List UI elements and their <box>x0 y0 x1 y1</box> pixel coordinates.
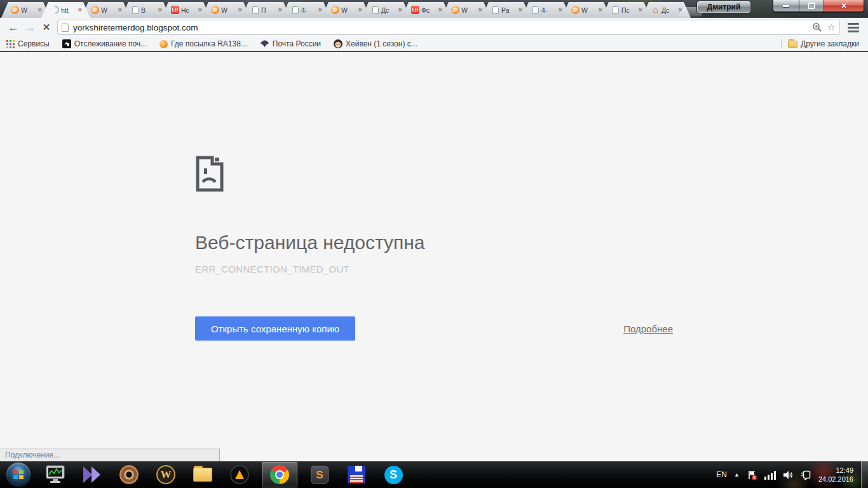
orange-at-favicon-icon <box>91 6 99 14</box>
stop-button[interactable]: ✕ <box>38 19 55 36</box>
action-center-flag-icon[interactable] <box>747 470 757 480</box>
tab-close-icon[interactable]: × <box>398 6 402 13</box>
apps-grid-icon <box>6 40 15 48</box>
bookmark-tracking[interactable]: Отслеживание поч... <box>62 39 147 48</box>
error-actions: Открыть сохраненную копию Подробнее <box>195 316 673 341</box>
google-chrome-icon <box>270 465 289 484</box>
tab-close-icon[interactable]: × <box>238 6 242 13</box>
bookmark-haven[interactable]: Хейвен (1 сезон) с... <box>334 39 417 48</box>
tab-close-icon[interactable]: × <box>639 6 642 13</box>
tab-title: W <box>221 6 238 14</box>
tab-close-icon[interactable]: × <box>599 6 602 13</box>
start-button[interactable] <box>4 462 33 487</box>
back-button[interactable]: ← <box>5 19 22 36</box>
taskbar-sublime-text[interactable]: S <box>305 462 334 487</box>
tab-title: Пс <box>621 6 638 14</box>
bookmark-star-icon[interactable]: ☆ <box>827 22 836 32</box>
taskbar-disc-emulator[interactable] <box>114 462 144 487</box>
tab-close-icon[interactable]: × <box>78 6 82 13</box>
screen: W × htt × W × В × Нс × <box>0 0 868 488</box>
windows-start-icon <box>6 463 31 487</box>
open-cached-copy-button[interactable]: Открыть сохраненную копию <box>195 316 355 341</box>
document-favicon-icon <box>292 6 299 14</box>
lh-red-favicon-icon <box>171 6 179 14</box>
tab-title: W <box>341 6 358 14</box>
clock-date: 24.02.2016 <box>818 475 853 484</box>
restore-button[interactable] <box>799 0 824 11</box>
error-code: ERR_CONNECTION_TIMED_OUT <box>195 264 673 274</box>
menu-hamburger-icon[interactable] <box>844 19 863 36</box>
tab-title: W <box>21 6 37 14</box>
taskbar-kmplayer[interactable] <box>78 462 107 487</box>
tab-active[interactable]: htt × <box>41 2 90 18</box>
taskbar-floppy-save[interactable] <box>342 462 371 487</box>
toolbar: ← → ✕ yorkshireterrierdog.blogspot.com ☆ <box>0 18 868 37</box>
sublime-text-icon: S <box>311 466 329 484</box>
loading-spinner-icon <box>49 4 60 15</box>
tab-close-icon[interactable]: × <box>358 6 362 13</box>
folder-icon <box>788 41 797 48</box>
tab-close-icon[interactable]: × <box>519 6 522 13</box>
tab-title: Дс <box>381 6 398 14</box>
taskbar-aimp[interactable] <box>225 462 254 487</box>
tab-close-icon[interactable]: × <box>278 6 282 13</box>
document-favicon-icon <box>132 6 139 14</box>
show-desktop-button[interactable] <box>861 461 868 488</box>
floppy-save-icon <box>348 466 365 484</box>
kmplayer-icon <box>83 466 101 483</box>
tab-title: Ра <box>501 6 518 14</box>
taskbar-system-monitor[interactable] <box>41 462 70 487</box>
skype-icon: S <box>384 466 403 484</box>
minimize-icon <box>783 5 789 7</box>
document-favicon-icon <box>492 6 499 14</box>
tab-close-icon[interactable]: × <box>559 6 562 13</box>
taskbar-chrome-active[interactable] <box>262 462 297 487</box>
language-indicator[interactable]: EN <box>716 470 727 479</box>
orange-at-favicon-icon <box>11 6 19 14</box>
hidden-icons-button[interactable]: ▲ <box>734 471 740 478</box>
tab-title: W <box>101 6 118 14</box>
world-of-warcraft-icon: W <box>156 465 175 484</box>
taskbar-world-of-warcraft[interactable]: W <box>151 462 180 487</box>
volume-icon[interactable] <box>783 470 794 480</box>
orange-at-favicon-icon <box>571 6 580 14</box>
forward-button[interactable]: → <box>22 19 38 36</box>
tab-title: W <box>581 6 598 14</box>
tab-close-icon[interactable]: × <box>38 6 42 13</box>
bookmark-russian-post[interactable]: Почта России <box>260 39 321 48</box>
tab-close-icon[interactable]: × <box>158 6 162 13</box>
other-bookmarks-button[interactable]: Другие закладки <box>788 39 859 48</box>
status-bubble: Подключение... <box>0 449 220 461</box>
tab-close-icon[interactable]: × <box>478 6 482 13</box>
sad-page-icon <box>195 156 224 192</box>
document-favicon-icon <box>252 6 259 14</box>
tab-title: 4- <box>301 6 318 14</box>
system-monitor-icon <box>45 465 65 484</box>
bookmark-apps[interactable]: Сервисы <box>6 39 50 48</box>
network-signal-icon[interactable] <box>764 470 776 480</box>
tab-close-icon[interactable]: × <box>118 6 122 13</box>
tab-close-icon[interactable]: × <box>198 6 202 13</box>
taskbar-file-explorer[interactable] <box>188 462 217 487</box>
close-button[interactable]: × <box>824 0 864 11</box>
details-link[interactable]: Подробнее <box>623 323 673 334</box>
window-frame: W × htt × W × В × Нс × <box>0 0 868 18</box>
zoom-magnifier-icon[interactable] <box>812 22 822 32</box>
orange-at-favicon-icon <box>211 6 219 14</box>
document-favicon-icon <box>613 6 619 14</box>
tracking-black-icon <box>62 39 71 48</box>
url-input[interactable]: yorkshireterrierdog.blogspot.com <box>73 23 812 32</box>
profile-button[interactable]: Дмитрий <box>696 1 751 13</box>
tab-close-icon[interactable]: × <box>318 6 322 13</box>
bookmark-package[interactable]: Где посылка RA138... <box>159 39 247 48</box>
minimize-button[interactable] <box>773 0 799 11</box>
tab-close-icon[interactable]: × <box>438 6 442 13</box>
taskbar-skype[interactable]: S <box>379 462 408 487</box>
connection-plug-icon[interactable] <box>801 470 811 480</box>
clock[interactable]: 12:49 24.02.2016 <box>818 466 853 484</box>
omnibox[interactable]: yorkshireterrierdog.blogspot.com ☆ <box>57 20 840 35</box>
bookmarks-bar: Сервисы Отслеживание поч... Где посылка … <box>0 37 868 51</box>
tab-title: Фс <box>421 6 438 14</box>
bookmark-label: Отслеживание поч... <box>74 39 147 48</box>
close-icon: × <box>841 1 846 10</box>
